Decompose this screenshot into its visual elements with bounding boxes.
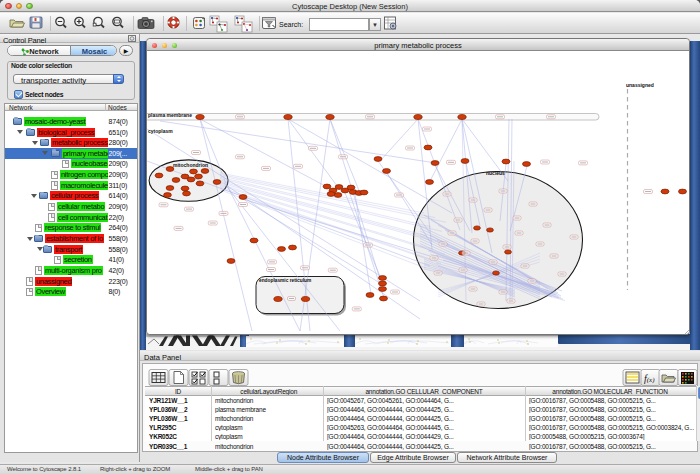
svg-text:mitochondrion: mitochondrion: [173, 162, 208, 168]
svg-text:plasma membrane: plasma membrane: [148, 112, 192, 118]
svg-text:cytoplasm: cytoplasm: [148, 128, 173, 134]
svg-text:nucleus: nucleus: [486, 170, 505, 176]
svg-text:unassigned: unassigned: [626, 82, 654, 88]
svg-text:endoplasmic reticulum: endoplasmic reticulum: [259, 278, 311, 283]
